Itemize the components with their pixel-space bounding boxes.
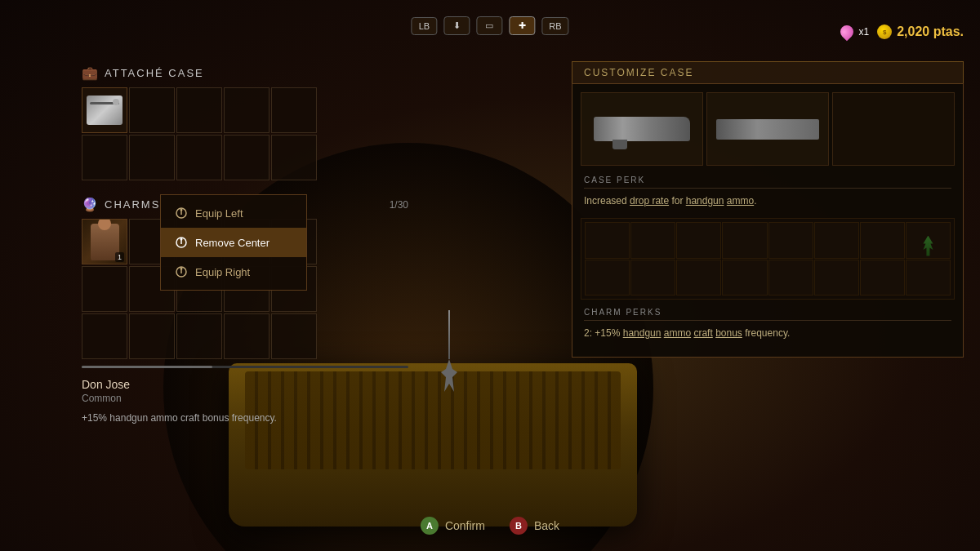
lower-cell-plant: [906, 222, 951, 259]
confirm-control[interactable]: A Confirm: [421, 517, 485, 535]
charm-perks-section: CHARM PERKS 2: +15% handgun ammo craft b…: [581, 308, 955, 340]
coin-icon: $: [877, 24, 892, 39]
back-label: Back: [534, 519, 559, 532]
gem-count: x1: [858, 26, 869, 38]
nav-lb[interactable]: LB: [411, 17, 437, 35]
a-button: A: [421, 517, 439, 535]
case-perk-text: Increased drop rate for handgun ammo.: [584, 193, 951, 208]
nav-rb[interactable]: RB: [541, 17, 568, 35]
context-equip-left[interactable]: Equip Left: [161, 198, 306, 228]
case-cell-1[interactable]: [129, 87, 175, 133]
svg-point-5: [180, 238, 183, 241]
lower-cell-10: [676, 260, 721, 296]
case-cell-3[interactable]: [224, 87, 270, 133]
charm-number: 1: [115, 252, 124, 262]
context-menu: Equip Left Remove Center Equip Right: [160, 194, 307, 291]
svg-point-8: [180, 268, 183, 270]
lower-cell-14: [860, 260, 905, 296]
preview-slot-smg[interactable]: [706, 92, 829, 166]
charm-cell-5[interactable]: [82, 266, 127, 312]
attache-case-header: 💼 ATTACHÉ CASE: [82, 65, 408, 81]
confirm-label: Confirm: [445, 519, 485, 532]
lower-case-preview: [581, 218, 955, 300]
case-cell-7[interactable]: [176, 135, 222, 180]
charm-scrollbar[interactable]: [82, 366, 408, 368]
nav-icon-3: ✚: [519, 20, 526, 30]
lower-cell-4: [768, 222, 813, 259]
customize-case-body: CASE PERK Increased drop rate for handgu…: [572, 83, 964, 358]
charm-cell-14[interactable]: [271, 313, 317, 359]
b-button: B: [510, 517, 528, 535]
preview-slot-handgun[interactable]: [581, 92, 703, 166]
charm-info: Don Jose Common +15% handgun ammo craft …: [82, 366, 408, 425]
lower-cell-12: [768, 260, 813, 296]
nav-rect[interactable]: ▭: [476, 16, 502, 35]
charm-cell-0[interactable]: 1: [82, 219, 127, 264]
case-cell-5[interactable]: [82, 135, 127, 180]
nav-plus-active[interactable]: ✚: [509, 16, 535, 35]
case-cell-6[interactable]: [129, 135, 175, 180]
context-equip-right[interactable]: Equip Right: [161, 257, 306, 287]
charm-cell-10[interactable]: [82, 313, 127, 359]
lower-grid: [581, 219, 954, 299]
charm-hanging-decoration: [441, 310, 457, 392]
currency-amount: 2,020 ptas.: [897, 24, 964, 39]
charm-cell-11[interactable]: [129, 313, 175, 359]
b-button-label: B: [515, 521, 522, 531]
charm-perk-text: 2: +15% handgun ammo craft bonus frequen…: [584, 326, 951, 340]
bottom-controls: A Confirm B Back: [421, 517, 559, 535]
svg-point-2: [180, 209, 183, 211]
nav-download[interactable]: ⬇: [443, 16, 470, 35]
lower-cell-11: [722, 260, 767, 296]
gem-icon: [838, 23, 857, 42]
nav-icon-1: ⬇: [453, 20, 461, 30]
nav-icon-2: ▭: [485, 20, 493, 30]
right-panel: CUSTOMIZE CASE CASE PERK: [572, 61, 964, 358]
case-item-suitcase: [87, 96, 122, 125]
case-cell-0[interactable]: [82, 87, 127, 133]
charm-perks-label: CHARM PERKS: [584, 308, 951, 321]
lower-cell-1: [630, 222, 675, 259]
plant-decoration: [920, 236, 936, 256]
case-cell-9[interactable]: [271, 135, 317, 180]
equip-right-icon: [174, 264, 189, 279]
rb-label: RB: [549, 21, 561, 31]
attache-case-title: ATTACHÉ CASE: [105, 67, 204, 79]
customize-case-title: CUSTOMIZE CASE: [584, 67, 693, 78]
remove-center-icon: [174, 235, 189, 250]
smg-shape: [716, 119, 819, 140]
charm-cell-12[interactable]: [176, 313, 222, 359]
charms-icon: 🔮: [82, 197, 98, 212]
context-remove-center[interactable]: Remove Center: [161, 228, 306, 257]
lower-cell-3: [722, 222, 767, 259]
charm-name: Don Jose: [82, 378, 408, 391]
lower-cell-9: [630, 260, 675, 296]
handgun-shape: [594, 117, 690, 141]
lower-cell-0: [585, 222, 630, 259]
charms-title: CHARMS: [105, 198, 160, 211]
lower-cell-13: [814, 260, 859, 296]
preview-slot-items[interactable]: [832, 92, 955, 166]
lower-cell-8: [585, 260, 630, 296]
cp-craft: craft: [693, 327, 712, 339]
remove-center-label: Remove Center: [195, 237, 270, 249]
cp-handgun: handgun: [623, 327, 662, 339]
case-cell-8[interactable]: [224, 135, 270, 180]
equip-right-label: Equip Right: [195, 266, 250, 278]
charm-cell-13[interactable]: [224, 313, 270, 359]
top-navigation: LB ⬇ ▭ ✚ RB: [411, 16, 568, 35]
back-control[interactable]: B Back: [510, 517, 559, 535]
lower-cell-15: [906, 260, 951, 296]
cp-ammo: ammo: [664, 327, 691, 339]
charm-description: +15% handgun ammo craft bonus frequency.: [82, 411, 408, 425]
charm-rarity: Common: [82, 393, 408, 404]
charms-count: 1/30: [390, 199, 408, 211]
cp-bonus: bonus: [715, 327, 742, 339]
case-cell-4[interactable]: [271, 87, 317, 133]
equip-left-label: Equip Left: [195, 207, 243, 220]
lb-label: LB: [419, 21, 430, 31]
perk-handgun: handgun: [686, 195, 724, 207]
briefcase-icon: 💼: [82, 65, 98, 81]
charm-portrait-don-jose: 1: [82, 220, 127, 264]
case-cell-2[interactable]: [176, 87, 222, 133]
